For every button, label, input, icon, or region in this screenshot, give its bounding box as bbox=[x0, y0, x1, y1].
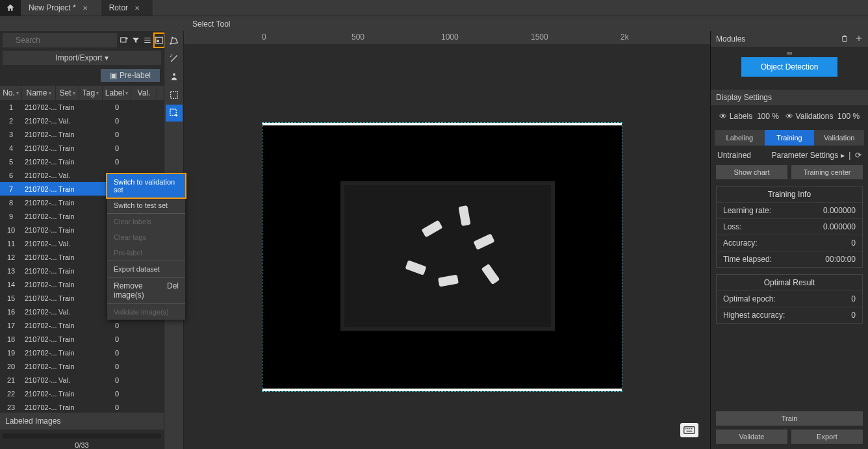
table-row[interactable]: 20210702-...Train0 bbox=[0, 359, 164, 373]
select-tool-icon[interactable] bbox=[166, 105, 183, 122]
table-row[interactable]: 3210702-...Train0 bbox=[0, 127, 164, 141]
refresh-icon[interactable]: ⟳ bbox=[855, 151, 862, 160]
partition-icon[interactable] bbox=[155, 34, 164, 47]
display-settings-header: Display Settings bbox=[711, 90, 868, 105]
train-button[interactable]: Train bbox=[716, 411, 863, 426]
menu-export-dataset[interactable]: Export dataset bbox=[107, 261, 185, 277]
svg-rect-12 bbox=[691, 428, 693, 430]
training-status: Untrained bbox=[717, 151, 751, 160]
tab-new-project[interactable]: New Project * ✕ bbox=[21, 0, 101, 16]
table-row[interactable]: 22210702-...Train0 bbox=[0, 387, 164, 400]
menu-clear-tags: Clear tags bbox=[107, 229, 185, 245]
svg-point-4 bbox=[172, 37, 173, 39]
table-row[interactable]: 21210702-...Val.0 bbox=[0, 373, 164, 387]
close-icon[interactable]: ✕ bbox=[134, 5, 140, 12]
svg-rect-6 bbox=[170, 92, 177, 99]
grid-header: No.▾ Name▾ Set▾ Tag▾ Label▾ Val. bbox=[0, 86, 164, 100]
table-row[interactable]: 18210702-...Train0 bbox=[0, 332, 164, 346]
table-row[interactable]: 17210702-...Train0 bbox=[0, 318, 164, 332]
svg-rect-11 bbox=[689, 428, 691, 430]
training-center-button[interactable]: Training center bbox=[791, 165, 863, 179]
parameter-settings-link[interactable]: Parameter Settings ▸ bbox=[771, 151, 844, 160]
svg-rect-8 bbox=[684, 427, 695, 434]
export-button[interactable]: Export bbox=[791, 430, 863, 444]
tab-training[interactable]: Training bbox=[765, 130, 815, 146]
svg-rect-10 bbox=[687, 428, 689, 430]
table-row[interactable]: 5210702-...Train0 bbox=[0, 155, 164, 168]
home-button[interactable] bbox=[0, 0, 21, 16]
validations-visibility[interactable]: 👁Validations 100 % bbox=[785, 112, 860, 121]
list-view-icon[interactable] bbox=[143, 34, 152, 47]
tab-validation[interactable]: Validation bbox=[814, 130, 864, 146]
marquee-tool-icon[interactable] bbox=[166, 86, 183, 103]
menu-switch-test[interactable]: Switch to test set bbox=[107, 198, 185, 213]
progress-text: 0/33 bbox=[0, 441, 164, 449]
optimal-result-title: Optimal Result bbox=[717, 275, 862, 290]
magic-wand-icon[interactable] bbox=[166, 50, 183, 67]
table-row[interactable]: 2210702-...Val.0 bbox=[0, 114, 164, 127]
menu-switch-validation[interactable]: Switch to validation set bbox=[107, 174, 185, 198]
add-module-icon[interactable] bbox=[855, 34, 863, 44]
image-preview[interactable] bbox=[262, 122, 622, 392]
menu-clear-labels: Clear labels bbox=[107, 214, 185, 229]
svg-point-3 bbox=[170, 43, 172, 45]
ruler-horizontal: 0 500 1000 1500 2k bbox=[184, 31, 710, 44]
object-detection-module[interactable]: Object Detection bbox=[741, 57, 838, 77]
menu-prelabel: Pre-label bbox=[107, 245, 185, 261]
svg-rect-2 bbox=[157, 40, 160, 42]
svg-rect-7 bbox=[170, 109, 176, 115]
polygon-tool-icon[interactable] bbox=[166, 32, 183, 49]
import-export-dropdown[interactable]: Import/Export ▾ bbox=[3, 51, 161, 65]
close-icon[interactable]: ✕ bbox=[83, 5, 88, 12]
progress-bar bbox=[3, 433, 161, 439]
prelabel-button[interactable]: ▣Pre-label bbox=[101, 69, 160, 82]
tab-label: New Project * bbox=[29, 3, 76, 12]
table-row[interactable]: 1210702-...Train0 bbox=[0, 100, 164, 114]
svg-point-5 bbox=[173, 73, 175, 76]
modules-title: Modules bbox=[716, 34, 745, 44]
svg-rect-9 bbox=[685, 428, 687, 430]
tab-rotor[interactable]: Rotor ✕ bbox=[101, 0, 153, 16]
add-image-icon[interactable] bbox=[120, 34, 129, 47]
svg-rect-13 bbox=[687, 431, 693, 432]
menu-validate-images: Validate image(s) bbox=[107, 304, 185, 320]
svg-rect-1 bbox=[156, 37, 163, 43]
table-row[interactable]: 4210702-...Train0 bbox=[0, 141, 164, 155]
select-tool-label: Select Tool bbox=[187, 16, 868, 31]
tab-label: Rotor bbox=[109, 3, 128, 12]
training-info-title: Training Info bbox=[717, 186, 862, 202]
validate-button[interactable]: Validate bbox=[716, 430, 787, 444]
labeled-images-label: Labeled Images bbox=[0, 413, 164, 430]
row-context-menu: Switch to validation set Switch to test … bbox=[107, 174, 185, 320]
canvas[interactable] bbox=[184, 44, 710, 449]
table-row[interactable]: 23210702-...Train0 bbox=[0, 400, 164, 413]
keyboard-icon[interactable] bbox=[680, 423, 698, 437]
table-row[interactable]: 19210702-...Train0 bbox=[0, 346, 164, 359]
labels-visibility[interactable]: 👁Labels 100 % bbox=[719, 112, 779, 121]
person-tool-icon[interactable] bbox=[166, 68, 183, 85]
svg-rect-0 bbox=[121, 38, 126, 42]
tab-labeling[interactable]: Labeling bbox=[715, 130, 765, 146]
delete-module-icon[interactable] bbox=[841, 34, 849, 44]
filter-icon[interactable] bbox=[131, 34, 140, 47]
search-input[interactable] bbox=[3, 33, 117, 47]
show-chart-button[interactable]: Show chart bbox=[716, 165, 787, 179]
menu-remove-images[interactable]: Remove image(s)Del bbox=[107, 277, 185, 303]
